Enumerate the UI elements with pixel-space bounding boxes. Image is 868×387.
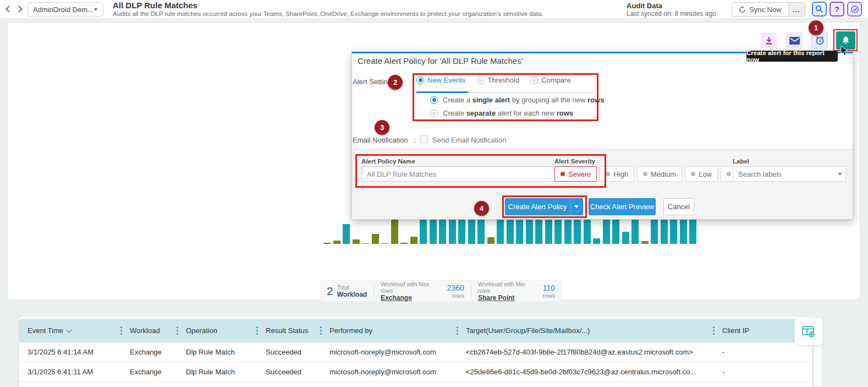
mode-label: New Events: [427, 76, 465, 84]
new-events-option-2[interactable]: Create separate alert for each new rows: [430, 109, 604, 117]
history-check-button[interactable]: [847, 2, 862, 17]
max-workload-value: 2360 rows: [447, 284, 464, 299]
cell-operation: Dlp Rule Match: [186, 368, 266, 376]
table-body: 3/1/2025 6:41:14 AMExchangeDlp Rule Matc…: [19, 342, 812, 387]
alert-severity-options: SevereHighMediumLowInfo: [554, 166, 752, 182]
bar-exchange: [593, 238, 600, 244]
severity-medium[interactable]: Medium: [637, 166, 682, 182]
chevron-down-icon: [574, 205, 579, 208]
mode-threshold[interactable]: Threshold: [476, 76, 519, 84]
min-workload-value: 110 rows: [543, 284, 555, 299]
max-workload-link[interactable]: Exchange: [381, 294, 443, 302]
radio-icon: [530, 77, 538, 84]
summary-strip: 2 Total Workload Workload with Max rows …: [321, 280, 561, 302]
column-menu-icon[interactable]: [457, 326, 459, 335]
back-icon[interactable]: [6, 6, 13, 13]
tenant-selector[interactable]: AdminDroid Dem...: [28, 2, 103, 17]
step-badge-1: 1: [809, 20, 823, 35]
bar-sharepoint: [641, 241, 649, 244]
total-workload-value: 2: [327, 285, 333, 298]
cancel-button[interactable]: Cancel: [663, 198, 694, 215]
column-menu-icon[interactable]: [120, 326, 123, 335]
sort-icon[interactable]: [67, 327, 72, 333]
column-menu-icon[interactable]: [713, 326, 715, 335]
alert-mode-radio-group: New EventsThresholdCompare: [416, 76, 571, 84]
cell-workload: Exchange: [130, 368, 186, 376]
create-alert-policy-dropdown[interactable]: [570, 198, 583, 215]
column-menu-icon[interactable]: [320, 326, 322, 335]
cell-event-time: 3/1/2025 6:41:14 AM: [28, 348, 130, 356]
top-bar: AdminDroid Dem... All DLP Rule Matches A…: [0, 0, 868, 19]
column-header-result-status[interactable]: Result Status: [266, 326, 329, 335]
severity-low[interactable]: Low: [685, 166, 718, 182]
email-report-button[interactable]: [786, 32, 803, 48]
page-subtitle: Audits all the DLP rule matches occurred…: [113, 10, 543, 17]
column-menu-icon[interactable]: [256, 326, 259, 335]
colon: :: [410, 78, 413, 86]
forward-icon[interactable]: [15, 6, 23, 13]
sync-group: Sync Now ...: [732, 2, 805, 17]
label-search-dropdown[interactable]: [733, 166, 846, 182]
column-header-workload[interactable]: Workload: [130, 326, 186, 335]
severity-severe[interactable]: Severe: [554, 166, 597, 182]
table-scrollbar[interactable]: [814, 342, 822, 387]
option-text: Create a single alert by grouping all th…: [443, 96, 604, 104]
mode-label: Compare: [541, 76, 570, 84]
column-header-event-time[interactable]: Event Time: [28, 326, 130, 335]
mode-compare[interactable]: Compare: [530, 76, 570, 84]
cell-workload: Exchange: [130, 348, 186, 356]
option-text: Create separate alert for each new rows: [443, 109, 573, 117]
step-badge-3: 3: [375, 120, 389, 135]
bar-exchange: [343, 224, 350, 244]
download-report-button[interactable]: [761, 32, 777, 48]
sync-now-button[interactable]: Sync Now: [732, 3, 788, 16]
max-workload-label: Workload with Max rows Exchange: [381, 281, 443, 302]
bell-icon: [840, 35, 851, 46]
table-row[interactable]: 3/1/2025 6:41:14 AMExchangeDlp Rule Matc…: [19, 342, 812, 362]
clock-check-icon: [850, 5, 859, 14]
bar-sharepoint: [353, 239, 360, 244]
bell-tooltip: Create alert for this report now: [746, 51, 838, 62]
column-header-target-user-group-file-site-mailbox-[interactable]: Target(User/Group/File/Site/Mailbox/...): [466, 326, 722, 335]
step-badge-2: 2: [388, 75, 403, 90]
cell-result-status: Succeeded: [266, 368, 329, 376]
severity-dot: [643, 172, 647, 176]
column-header-performed-by[interactable]: Performed by: [329, 326, 466, 335]
table-header-row: Event TimeWorkloadOperationResult Status…: [19, 319, 812, 342]
column-header-operation[interactable]: Operation: [186, 326, 266, 335]
min-workload-link[interactable]: Share Point: [478, 294, 539, 302]
bar-sharepoint: [487, 237, 495, 244]
cell-performed-by: microsoft-noreply@microsoft.com: [329, 368, 466, 376]
severity-high[interactable]: High: [600, 166, 634, 182]
send-email-checkbox[interactable]: [420, 135, 428, 143]
radio-icon: [476, 77, 484, 84]
create-alert-policy-button[interactable]: Create Alert Policy: [505, 198, 570, 215]
cell-target-user-group-file-site-mailbox-: <cb2674eb-527d-403f-9b8e-2f17f80b824d@az…: [466, 348, 722, 356]
search-button[interactable]: [812, 2, 827, 17]
mode-label: Threshold: [487, 76, 519, 84]
table-row[interactable]: 3/1/2025 6:41:11 AMExchangeDlp Rule Matc…: [19, 362, 812, 382]
column-settings-button[interactable]: [794, 318, 823, 345]
bar-sharepoint: [410, 237, 417, 244]
search-icon: [815, 5, 823, 13]
new-events-option-1[interactable]: Create a single alert by grouping all th…: [430, 96, 604, 104]
new-events-options: Create a single alert by grouping all th…: [430, 96, 604, 117]
mode-tabs-indicator: [416, 91, 468, 93]
help-button[interactable]: ?: [829, 2, 844, 17]
cell-target-user-group-file-site-mailbox-: <25de86e6-d81c-45d9-be0d-2bf03c7c9623@az…: [466, 368, 722, 376]
alert-severity-label: Alert Severity: [554, 158, 595, 165]
email-notification-label: Email Notification: [353, 136, 408, 144]
last-synced-text: Last synced on: 8 minutes ago: [627, 10, 716, 18]
column-header-client-ip[interactable]: Client IP: [722, 326, 804, 335]
column-menu-icon[interactable]: [177, 326, 179, 335]
mode-new-events[interactable]: New Events: [416, 76, 465, 84]
step-badge-4: 4: [474, 201, 489, 216]
more-options-button[interactable]: ...: [788, 3, 805, 16]
severity-dot: [561, 172, 565, 176]
min-workload-label: Workload with Min rows Share Point: [478, 281, 539, 302]
bar-exchange: [622, 232, 629, 244]
cell-operation: Dlp Rule Match: [186, 348, 266, 356]
chevron-down-icon: [838, 173, 842, 176]
dialog-title: Create Alert Policy for 'All DLP Rule Ma…: [358, 56, 523, 66]
check-alert-preview-button[interactable]: Check Alert Preview: [589, 198, 656, 215]
